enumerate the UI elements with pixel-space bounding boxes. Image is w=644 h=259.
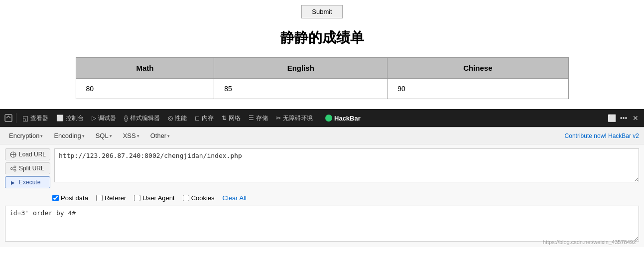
hackbar-url-area: Load URL Split URL ▶ Execute [0,144,644,192]
load-url-icon [9,151,16,158]
devtools-inspector[interactable]: ◱ 查看器 [19,112,51,125]
debugger-label: 调试器 [98,114,116,123]
style-editor-icon: {} [124,115,128,122]
memory-icon: ◻ [195,115,200,122]
hackbar-dot-icon [325,115,332,122]
hackbar-tab-label: HackBar [334,115,361,122]
user-agent-label: User Agent [142,194,174,202]
menu-xss[interactable]: XSS ▾ [119,130,143,141]
devtools-accessibility[interactable]: ✂ 无障碍环境 [273,112,316,125]
devtools-hackbar-tab[interactable]: HackBar [322,113,364,124]
split-url-label: Split URL [19,165,44,172]
contribute-link[interactable]: Contribute now! HackBar v2 [565,132,639,139]
cookies-label: Cookies [191,194,215,202]
accessibility-icon: ✂ [276,115,281,122]
post-data-area [5,206,639,243]
referer-checkbox[interactable] [96,195,103,201]
split-url-button[interactable]: Split URL [5,162,50,174]
watermark-text: https://blog.csdn.net/weixin_43578492 [543,239,636,245]
url-input-area [54,148,639,188]
performance-label: 性能 [175,114,187,123]
memory-label: 内存 [202,114,214,123]
sql-label: SQL [96,132,109,139]
referer-option[interactable]: Referer [96,194,126,202]
post-data-label: Post data [61,194,88,202]
undock-icon[interactable]: ⬜ [607,114,616,123]
col-header-math: Math [76,58,214,79]
storage-icon: ☰ [249,115,254,122]
devtools-network[interactable]: ⇅ 网络 [219,112,244,125]
devtools-memory[interactable]: ◻ 内存 [192,112,217,125]
svg-line-8 [12,169,14,170]
menu-encryption[interactable]: Encryption ▾ [5,130,47,141]
clear-all-button[interactable]: Clear All [223,194,247,202]
storage-label: 存储 [256,114,268,123]
post-data-checkbox[interactable] [52,195,59,201]
separator-2 [319,113,319,123]
table-row: 80 85 90 [76,79,568,99]
network-icon: ⇅ [222,115,227,122]
devtools-style-editor[interactable]: {} 样式编辑器 [121,112,163,125]
load-url-button[interactable]: Load URL [5,148,50,160]
url-input[interactable] [54,148,639,182]
grade-table: Math English Chinese 80 85 90 [76,57,569,99]
svg-point-4 [10,167,12,169]
user-agent-option[interactable]: User Agent [134,194,174,202]
cell-english: 85 [214,79,387,99]
other-label: Other [150,132,167,139]
close-icon[interactable]: ✕ [631,114,640,123]
separator-1 [16,113,16,123]
cell-math: 80 [76,79,214,99]
devtools-console[interactable]: ⬜ 控制台 [53,112,87,125]
devtools-storage[interactable]: ☰ 存储 [246,112,271,125]
execute-icon: ▶ [9,179,16,186]
devtools-home-icon[interactable] [4,114,13,123]
inspector-icon: ◱ [22,115,28,122]
encoding-label: Encoding [54,132,81,139]
encryption-label: Encryption [9,132,39,139]
performance-icon: ◎ [168,115,173,122]
col-header-english: English [214,58,387,79]
hackbar-options-row: Post data Referer User Agent Cookies Cle… [0,192,644,204]
svg-line-7 [12,167,14,168]
svg-point-5 [14,166,16,168]
inspector-label: 查看器 [30,114,48,123]
other-arrow-icon: ▾ [167,133,170,138]
cookies-checkbox[interactable] [183,195,189,201]
devtools-toolbar: ◱ 查看器 ⬜ 控制台 ▷ 调试器 {} 样式编辑器 ◎ 性能 ◻ 内存 ⇅ 网… [0,109,644,127]
hackbar-menu-bar: Encryption ▾ Encoding ▾ SQL ▾ XSS ▾ Othe… [0,128,644,144]
network-label: 网络 [229,114,241,123]
menu-encoding[interactable]: Encoding ▾ [50,130,88,141]
style-editor-label: 样式编辑器 [130,114,160,123]
cookies-option[interactable]: Cookies [183,194,215,202]
encoding-arrow-icon: ▾ [82,133,85,138]
encryption-arrow-icon: ▾ [40,133,43,138]
split-url-icon [9,165,16,172]
top-content: Submit 静静的成绩单 Math English Chinese 80 85… [0,0,644,109]
console-icon: ⬜ [56,115,64,122]
post-data-input[interactable] [5,206,639,242]
xss-arrow-icon: ▾ [137,133,139,138]
devtools-right-controls: ⬜ ••• ✕ [607,114,640,123]
page-title: 静静的成绩单 [280,28,364,47]
post-data-option[interactable]: Post data [52,194,88,202]
col-header-chinese: Chinese [387,58,568,79]
menu-other[interactable]: Other ▾ [146,130,174,141]
submit-button[interactable]: Submit [301,5,342,18]
sql-arrow-icon: ▾ [110,133,112,138]
menu-sql[interactable]: SQL ▾ [92,130,116,141]
user-agent-checkbox[interactable] [134,195,140,201]
accessibility-label: 无障碍环境 [283,114,313,123]
debugger-icon: ▷ [92,115,96,122]
cell-chinese: 90 [387,79,568,99]
devtools-debugger[interactable]: ▷ 调试器 [89,112,119,125]
more-options-icon[interactable]: ••• [619,114,628,123]
contribute-now-text: Contribute now! [565,132,607,139]
hackbar-panel: Encryption ▾ Encoding ▾ SQL ▾ XSS ▾ Othe… [0,127,644,247]
svg-point-6 [14,169,16,171]
hackbar-action-buttons: Load URL Split URL ▶ Execute [5,148,50,188]
version-text: HackBar v2 [608,132,639,139]
devtools-performance[interactable]: ◎ 性能 [165,112,190,125]
referer-label: Referer [105,194,126,202]
execute-button[interactable]: ▶ Execute [5,176,50,188]
